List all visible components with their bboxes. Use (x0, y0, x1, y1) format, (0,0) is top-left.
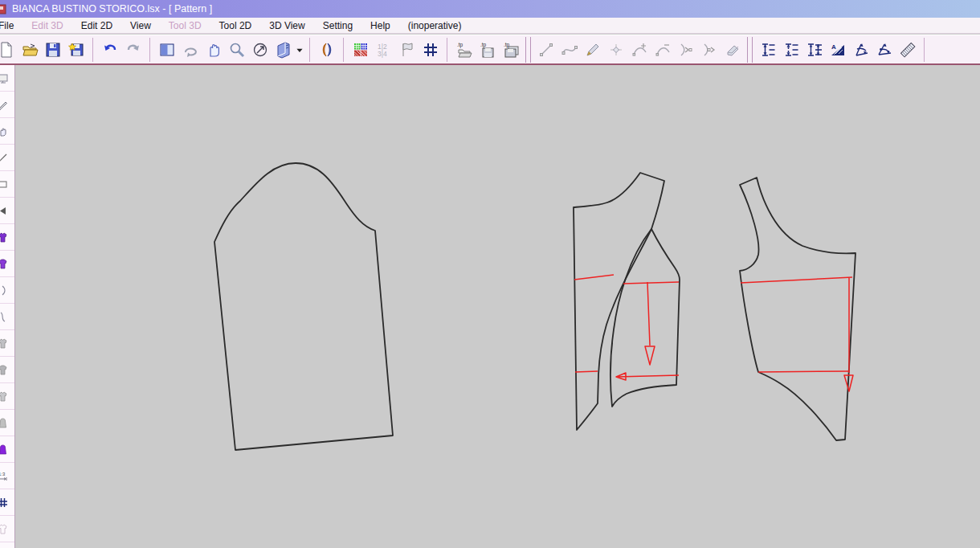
tp-label: .tp (457, 42, 463, 48)
detach-curve-button[interactable] (674, 38, 697, 62)
rect-tool[interactable] (0, 171, 14, 198)
mannequin-gray[interactable] (0, 410, 14, 436)
line-tool[interactable] (0, 145, 14, 171)
eraser-button[interactable] (721, 38, 744, 62)
measure-double-button[interactable] (802, 38, 826, 62)
grab-tool[interactable] (0, 118, 14, 145)
window-title: BIANCA BUSTINO STORICO.lsx - [ Pattern ] (12, 3, 212, 14)
grid-button[interactable] (419, 38, 442, 62)
pattern-piece-back[interactable] (740, 178, 855, 440)
measure-line-back-bust[interactable] (741, 277, 852, 283)
menu-tool-2d[interactable]: Tool 2D (210, 18, 261, 33)
open-file-button[interactable] (18, 38, 41, 62)
tool-sidebar: 1:3 (0, 65, 15, 548)
measure-vertical-dashed-button[interactable] (779, 38, 802, 62)
pattern-canvas[interactable] (15, 65, 980, 548)
measure-line-side-front-bust[interactable] (574, 275, 614, 280)
curve-tool-button[interactable] (557, 38, 581, 62)
menu-3d-view[interactable]: 3D View (260, 18, 313, 33)
tp-open-button[interactable]: .tp (452, 38, 476, 62)
prev-arrow[interactable] (0, 198, 14, 224)
grid-tool[interactable] (0, 489, 14, 516)
menu-help[interactable]: Help (361, 18, 399, 33)
app-icon (0, 4, 7, 14)
title-bar: BIANCA BUSTINO STORICO.lsx - [ Pattern ] (0, 0, 980, 18)
quadrant-colors-button[interactable] (349, 38, 372, 62)
svg-text:A: A (831, 43, 836, 51)
mannequin-purple[interactable] (0, 436, 14, 463)
measure-area-button[interactable]: A (826, 38, 849, 62)
measure-arrow-front-waist[interactable] (616, 373, 679, 380)
pan-hand-button[interactable] (202, 38, 225, 62)
garment-outline[interactable] (0, 516, 14, 542)
scale-label: 1:3 (0, 472, 6, 476)
merge-curve-button[interactable] (697, 38, 721, 62)
menu-bar: File Edit 3D Edit 2D View Tool 3D Tool 2… (0, 18, 980, 34)
measure-line-front-bust[interactable] (623, 282, 679, 284)
redo-button[interactable] (121, 38, 145, 62)
garment-purple-back[interactable] (0, 251, 14, 277)
arc-tool[interactable] (0, 277, 14, 304)
menu-file[interactable]: File (0, 18, 22, 33)
mirror-3d-button[interactable] (315, 38, 338, 62)
pages-dropdown-arrow[interactable] (295, 38, 304, 62)
split-window-button[interactable] (155, 38, 178, 62)
quadrant-numbers-bottom: 3|4 (378, 50, 387, 58)
zoom-extents-button[interactable] (248, 38, 272, 62)
pattern-pages-button[interactable] (272, 38, 295, 62)
undo-button[interactable] (98, 38, 121, 62)
tp-save-all-button[interactable]: .tp (499, 38, 522, 62)
save-project-button[interactable] (64, 38, 88, 62)
measure-arrow-front-length[interactable] (645, 282, 655, 365)
menu-setting[interactable]: Setting (314, 18, 361, 33)
pen-tool[interactable] (0, 92, 14, 118)
pattern-piece-front[interactable] (610, 229, 680, 407)
remove-curve-point-button[interactable] (651, 38, 674, 62)
pattern-piece-sleeve[interactable] (214, 163, 393, 450)
zoom-button[interactable] (225, 38, 248, 62)
line-tool-button[interactable] (534, 38, 557, 62)
menu-tool-3d: Tool 3D (160, 18, 210, 33)
point-tool-button[interactable] (604, 38, 627, 62)
flag-button[interactable] (395, 38, 419, 62)
menu-inoperative[interactable]: (inoperative) (399, 18, 471, 33)
scale-1-3[interactable]: 1:3 (0, 463, 14, 489)
measure-angle-arrow-button[interactable] (849, 38, 872, 62)
curve-tool[interactable] (0, 304, 14, 330)
garment-purple-front[interactable] (0, 224, 14, 251)
tp-save-button[interactable]: .tp (476, 38, 499, 62)
measure-vertical-button[interactable] (756, 38, 779, 62)
measure-line-side-front-waist[interactable] (575, 371, 598, 372)
menu-view[interactable]: View (121, 18, 160, 33)
screen-tool[interactable] (0, 65, 14, 92)
tp-label: .tp (480, 42, 487, 48)
pencil-tool-button[interactable] (581, 38, 604, 62)
garment-gray-3[interactable] (0, 383, 14, 410)
garment-gray-2[interactable] (0, 357, 14, 383)
ruler-button[interactable] (896, 38, 919, 62)
save-file-button[interactable] (41, 38, 64, 62)
menu-edit-3d: Edit 3D (22, 18, 71, 33)
new-document-button[interactable] (0, 38, 18, 62)
menu-edit-2d[interactable]: Edit 2D (72, 18, 121, 33)
measure-line-back-waist[interactable] (758, 371, 849, 372)
garment-gray-1[interactable] (0, 330, 14, 357)
quadrant-numbers-button[interactable]: 1|23|4 (372, 38, 395, 62)
add-curve-point-button[interactable] (627, 38, 651, 62)
rotate-view-button[interactable] (178, 38, 202, 62)
measure-angle-arc-button[interactable] (872, 38, 896, 62)
toolbar: 1|23|4 .tp .tp .tp A (0, 35, 980, 65)
